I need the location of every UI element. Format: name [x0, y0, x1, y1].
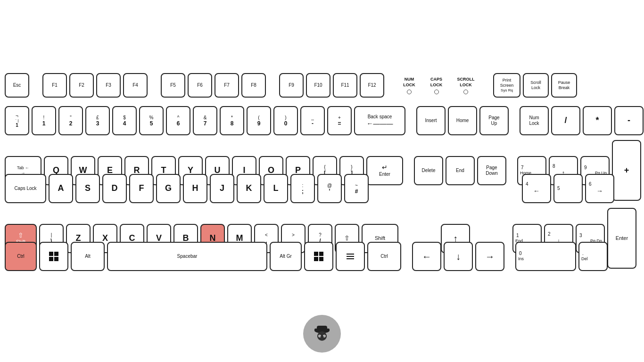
- numpad-minus-key[interactable]: -: [614, 106, 644, 135]
- left-ctrl-key[interactable]: Ctrl: [5, 242, 37, 271]
- 0-key[interactable]: ) 0: [273, 106, 298, 135]
- spacebar-key[interactable]: Spacebar: [107, 242, 267, 271]
- svg-rect-7: [319, 257, 323, 261]
- a-key[interactable]: A: [49, 174, 73, 203]
- svg-rect-1: [54, 252, 58, 256]
- f6-key[interactable]: F6: [188, 73, 212, 98]
- svg-rect-6: [314, 257, 318, 261]
- 9-key[interactable]: ( 9: [247, 106, 271, 135]
- svg-rect-9: [347, 256, 354, 257]
- numpad-slash-key[interactable]: /: [551, 106, 580, 135]
- numpad-dot-key[interactable]: . Del: [578, 242, 608, 271]
- 7-key[interactable]: & 7: [193, 106, 217, 135]
- windows-icon: [48, 251, 59, 262]
- l-key[interactable]: L: [264, 174, 288, 203]
- numpad-6-key[interactable]: 6 →: [585, 174, 614, 203]
- svg-rect-5: [319, 252, 323, 256]
- alt-gr-key[interactable]: Alt Gr: [270, 242, 302, 271]
- svg-rect-0: [49, 252, 53, 256]
- quote-key[interactable]: @ ': [317, 174, 342, 203]
- h-key[interactable]: H: [183, 174, 207, 203]
- f2-key[interactable]: F2: [69, 73, 94, 98]
- g-key[interactable]: G: [156, 174, 181, 203]
- 4-key[interactable]: $ 4: [112, 106, 137, 135]
- numpad-4-key[interactable]: 4 ←: [522, 174, 551, 203]
- insert-key[interactable]: Insert: [416, 106, 446, 135]
- numlock-key[interactable]: NumLock: [520, 106, 549, 135]
- j-key[interactable]: J: [210, 174, 234, 203]
- 2-key[interactable]: " 2: [58, 106, 83, 135]
- numpad-0-key[interactable]: 0 Ins: [515, 242, 576, 271]
- svg-point-16: [322, 334, 326, 338]
- backtick-key[interactable]: ¬ ` | 1: [5, 106, 29, 135]
- f9-key[interactable]: F9: [279, 73, 304, 98]
- svg-rect-8: [347, 254, 354, 255]
- f12-key[interactable]: F12: [360, 73, 384, 98]
- right-win-key[interactable]: [304, 242, 333, 271]
- right-arrow-key[interactable]: →: [475, 242, 504, 271]
- numpad-5-key[interactable]: 5: [553, 174, 583, 203]
- svg-rect-13: [317, 326, 327, 329]
- 3-key[interactable]: £ 3: [85, 106, 110, 135]
- equals-key[interactable]: + =: [327, 106, 352, 135]
- f1-key[interactable]: F1: [42, 73, 67, 98]
- svg-rect-3: [54, 257, 58, 261]
- f8-key[interactable]: F8: [241, 73, 266, 98]
- 5-key[interactable]: % 5: [139, 106, 164, 135]
- svg-point-19: [323, 336, 324, 337]
- svg-rect-10: [347, 258, 354, 259]
- f3-key[interactable]: F3: [96, 73, 121, 98]
- home-key[interactable]: Home: [448, 106, 477, 135]
- page-up-key[interactable]: PageUp: [479, 106, 509, 135]
- k-key[interactable]: K: [237, 174, 261, 203]
- numpad-plus-key[interactable]: +: [612, 140, 641, 201]
- right-ctrl-key[interactable]: Ctrl: [367, 242, 401, 271]
- menu-icon: [346, 252, 355, 261]
- svg-point-15: [318, 334, 322, 338]
- f-key[interactable]: F: [129, 174, 154, 203]
- 6-key[interactable]: ^ 6: [166, 106, 190, 135]
- left-alt-key[interactable]: Alt: [71, 242, 105, 271]
- scroll-lock-key[interactable]: ScrollLock: [523, 73, 549, 98]
- s-key[interactable]: S: [75, 174, 100, 203]
- f7-key[interactable]: F7: [215, 73, 239, 98]
- backspace-key[interactable]: Back space ←———: [354, 106, 405, 135]
- incognito-icon: [310, 322, 334, 346]
- semicolon-key[interactable]: : ;: [290, 174, 315, 203]
- svg-point-18: [320, 336, 321, 337]
- left-arrow-key[interactable]: ←: [412, 242, 441, 271]
- menu-key[interactable]: [336, 242, 365, 271]
- 1-key[interactable]: ! 1: [32, 106, 56, 135]
- esc-key[interactable]: Esc: [5, 73, 29, 98]
- windows-right-icon: [313, 251, 324, 262]
- incognito-logo: [303, 315, 341, 353]
- f10-key[interactable]: F10: [306, 73, 330, 98]
- left-win-key[interactable]: [39, 242, 68, 271]
- caps-lock-key[interactable]: Caps Lock: [5, 174, 46, 203]
- d-key[interactable]: D: [102, 174, 127, 203]
- pause-break-key[interactable]: PauseBreak: [551, 73, 577, 98]
- 8-key[interactable]: * 8: [220, 106, 244, 135]
- numpad-star-key[interactable]: *: [583, 106, 612, 135]
- minus-key[interactable]: _ -: [300, 106, 325, 135]
- svg-rect-2: [49, 257, 53, 261]
- numpad-enter-key[interactable]: Enter: [607, 208, 636, 269]
- f5-key[interactable]: F5: [161, 73, 185, 98]
- svg-rect-4: [314, 252, 318, 256]
- f4-key[interactable]: F4: [123, 73, 148, 98]
- print-screen-key[interactable]: PrintScreenSys Rq: [493, 73, 520, 98]
- f11-key[interactable]: F11: [333, 73, 357, 98]
- down-arrow-key[interactable]: ↓: [444, 242, 473, 271]
- hash-key[interactable]: ~ #: [344, 174, 369, 203]
